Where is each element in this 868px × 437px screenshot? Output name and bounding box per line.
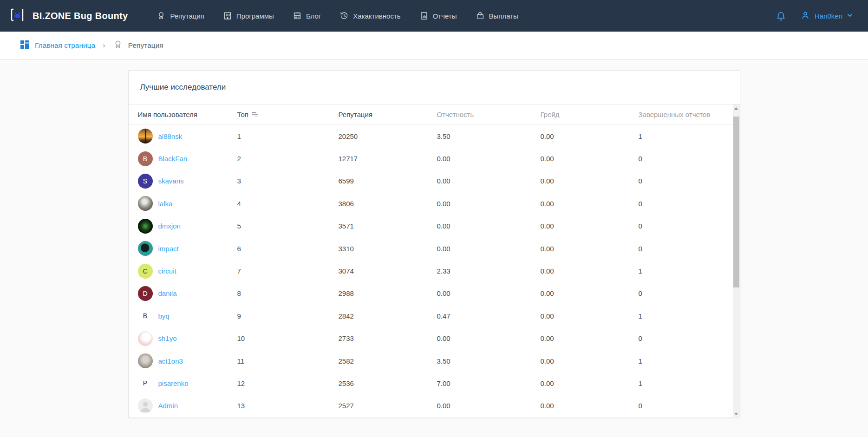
nav-item-payouts[interactable]: Выплаты [476, 11, 518, 20]
row-reputation: 2988 [339, 289, 437, 297]
row-username[interactable]: pisarenko [158, 379, 189, 387]
table-row: dmxjon 5 3571 0.00 0.00 0 [129, 215, 740, 237]
avatar: P [138, 376, 153, 391]
row-top: 10 [237, 334, 339, 342]
row-username[interactable]: act1on3 [158, 357, 183, 365]
nav-item-label: Отчеты [433, 12, 457, 20]
row-reporting: 2.33 [437, 267, 541, 275]
row-completed: 0 [639, 222, 731, 230]
row-reputation: 3310 [339, 245, 437, 253]
row-username[interactable]: danila [158, 289, 177, 297]
row-username[interactable]: BlackFan [158, 155, 188, 163]
table-row: al88nsk 1 20250 3.50 0.00 1 [129, 125, 740, 147]
avatar [138, 219, 153, 234]
leaderboard-table: Имя пользователяТопРепутацияОтчетностьГр… [129, 104, 740, 417]
row-grade: 0.00 [541, 267, 639, 275]
scrollbar-down-arrow-icon[interactable] [733, 410, 740, 418]
brand-logo[interactable]: BI.ZONE Bug Bounty [8, 6, 128, 26]
user-icon [800, 10, 810, 22]
row-top: 2 [237, 155, 339, 163]
row-reputation: 20250 [339, 132, 437, 140]
row-top: 12 [237, 379, 339, 387]
avatar: B [138, 151, 153, 166]
row-completed: 1 [639, 357, 731, 365]
row-top: 8 [237, 289, 339, 297]
row-completed: 1 [639, 312, 731, 320]
avatar: C [138, 264, 153, 279]
row-username[interactable]: dmxjon [158, 222, 181, 230]
nav-item-label: Блог [306, 12, 321, 20]
nav-item-reputation[interactable]: Репутация [157, 11, 204, 20]
row-username[interactable]: byq [158, 312, 170, 320]
nav-item-blog[interactable]: Блог [293, 11, 321, 20]
column-header[interactable]: Топ [237, 111, 339, 118]
row-completed: 0 [639, 155, 731, 163]
scrollbar-up-arrow-icon[interactable] [733, 104, 740, 112]
reports-icon [419, 11, 429, 20]
row-grade: 0.00 [541, 402, 639, 410]
table-row: act1on3 11 2582 3.50 0.00 1 [129, 350, 740, 372]
table-row: sh1yo 10 2733 0.00 0.00 0 [129, 327, 740, 350]
payouts-icon [476, 11, 485, 20]
row-grade: 0.00 [541, 245, 639, 253]
column-header: Репутация [339, 111, 437, 118]
row-completed: 0 [639, 289, 731, 297]
nav-item-hackactivity[interactable]: Хакактивность [339, 11, 400, 20]
table-row: P pisarenko 12 2536 7.00 0.00 1 [129, 372, 740, 394]
nav-item-label: Хакактивность [353, 12, 400, 20]
row-reporting: 0.00 [437, 177, 541, 185]
row-reporting: 0.00 [437, 402, 541, 410]
table-row: C circuit 7 3074 2.33 0.00 1 [129, 260, 740, 282]
leaderboard-card: Лучшие исследователи Имя пользователяТоп… [128, 70, 740, 418]
avatar-placeholder-person-icon [138, 398, 153, 413]
top-navbar: BI.ZONE Bug Bounty РепутацияПрограммыБло… [0, 0, 868, 32]
row-grade: 0.00 [541, 312, 639, 320]
table-scrollbar[interactable] [733, 104, 740, 418]
table-row: impact 6 3310 0.00 0.00 0 [129, 237, 740, 260]
notifications-bell-icon[interactable] [776, 11, 786, 21]
row-reputation: 6599 [339, 177, 437, 185]
row-top: 6 [237, 245, 339, 253]
row-top: 3 [237, 177, 339, 185]
breadcrumb-separator: › [103, 41, 105, 50]
user-menu[interactable]: Han0ken [800, 10, 853, 22]
building-icon [223, 11, 232, 20]
breadcrumb-home-link[interactable]: Главная страница [20, 39, 95, 52]
row-reporting: 7.00 [437, 379, 541, 387]
row-reporting: 0.00 [437, 289, 541, 297]
row-username[interactable]: lalka [158, 200, 173, 208]
column-header: Отчетность [437, 111, 541, 118]
award-icon [113, 39, 123, 52]
row-grade: 0.00 [541, 155, 639, 163]
column-header: Грейд [541, 111, 639, 118]
column-header: Имя пользователя [138, 111, 237, 118]
nav-item-programs[interactable]: Программы [223, 11, 274, 20]
row-top: 1 [237, 132, 339, 140]
main-nav: РепутацияПрограммыБлогХакактивностьОтчет… [157, 11, 518, 20]
row-reporting: 0.00 [437, 155, 541, 163]
sort-icon[interactable] [252, 111, 260, 118]
nav-item-reports[interactable]: Отчеты [419, 11, 457, 20]
dashboard-grid-icon [20, 39, 30, 52]
avatar [138, 196, 153, 211]
scrollbar-thumb[interactable] [733, 117, 739, 287]
avatar [138, 353, 153, 368]
blog-icon [293, 11, 302, 20]
row-grade: 0.00 [541, 289, 639, 297]
row-reporting: 0.00 [437, 334, 541, 342]
table-body: al88nsk 1 20250 3.50 0.00 1 B BlackFan 2… [129, 125, 740, 417]
row-reputation: 2733 [339, 334, 437, 342]
row-username[interactable]: al88nsk [158, 132, 183, 140]
bizone-logo-icon [8, 6, 27, 26]
row-username[interactable]: Admin [158, 402, 178, 410]
table-row: S skavans 3 6599 0.00 0.00 0 [129, 170, 740, 192]
row-username[interactable]: circuit [158, 267, 176, 275]
row-username[interactable]: skavans [158, 177, 184, 185]
table-header-row: Имя пользователяТопРепутацияОтчетностьГр… [129, 104, 740, 125]
brand-title: BI.ZONE Bug Bounty [33, 11, 128, 21]
row-username[interactable]: impact [158, 245, 179, 253]
row-username[interactable]: sh1yo [158, 334, 177, 342]
row-completed: 1 [639, 267, 731, 275]
row-grade: 0.00 [541, 334, 639, 342]
row-top: 4 [237, 200, 339, 208]
